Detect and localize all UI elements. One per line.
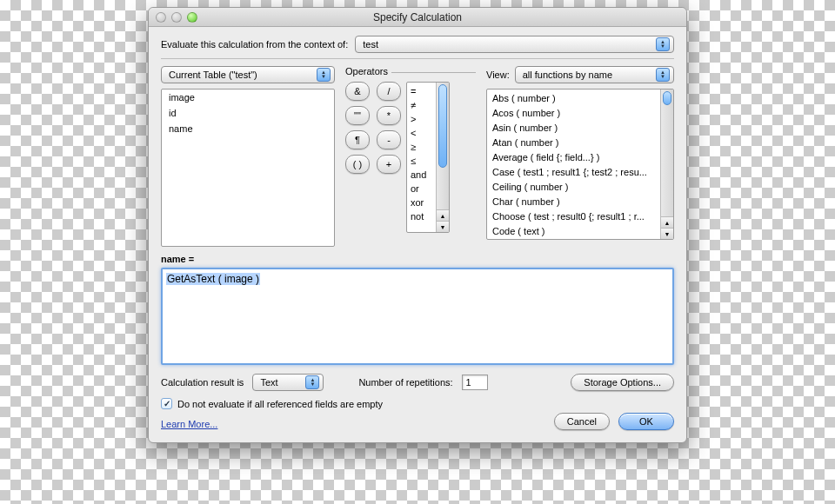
fields-listbox[interactable]: imageidname [161, 89, 335, 247]
chevron-updown-icon: ▲▼ [317, 68, 331, 82]
formula-label: name = [161, 254, 674, 264]
repetitions-input[interactable] [462, 375, 488, 390]
function-item[interactable]: Average ( field {; field...} ) [492, 150, 655, 165]
field-item[interactable]: id [162, 105, 334, 121]
chevron-updown-icon: ▲▼ [305, 375, 319, 389]
function-item[interactable]: Abs ( number ) [492, 91, 655, 106]
view-select[interactable]: all functions by name ▲▼ [515, 66, 674, 83]
comparator-item[interactable]: or [411, 182, 432, 196]
do-not-evaluate-checkbox[interactable]: ✓ [161, 398, 172, 409]
field-item[interactable]: name [162, 121, 334, 136]
operator-button[interactable]: / [377, 82, 401, 101]
comparator-item[interactable]: ≤ [411, 154, 432, 168]
scroll-up-icon[interactable]: ▲ [437, 209, 449, 221]
result-type-label: Calculation result is [161, 377, 244, 388]
function-item[interactable]: Asin ( number ) [492, 121, 655, 136]
scrollbar[interactable]: ▲▼ [660, 90, 673, 239]
scroll-down-icon[interactable]: ▼ [437, 221, 449, 232]
function-item[interactable]: Ceiling ( number ) [492, 180, 655, 195]
result-type-value: Text [260, 377, 277, 388]
formula-input[interactable]: GetAsText ( image ) [161, 268, 674, 365]
result-type-select[interactable]: Text ▲▼ [252, 374, 324, 391]
function-item[interactable]: Code ( text ) [492, 224, 655, 239]
view-value: all functions by name [523, 70, 612, 80]
operator-button[interactable]: * [377, 106, 401, 125]
function-item[interactable]: Choose ( test ; result0 {; result1 ; r..… [492, 209, 655, 224]
ok-button[interactable]: OK [618, 413, 674, 430]
functions-listbox[interactable]: Abs ( number )Acos ( number )Asin ( numb… [486, 89, 674, 240]
chevron-updown-icon: ▲▼ [656, 37, 670, 51]
scroll-thumb[interactable] [438, 84, 447, 168]
operator-grid: &/""*¶-( )+ [345, 82, 401, 233]
operator-button[interactable]: + [377, 155, 401, 174]
operators-divider [391, 72, 476, 73]
operators-label: Operators [345, 66, 388, 76]
table-select[interactable]: Current Table ("test") ▲▼ [161, 66, 335, 83]
divider [161, 58, 674, 59]
comparator-item[interactable]: = [411, 84, 432, 98]
function-item[interactable]: Acos ( number ) [492, 106, 655, 121]
context-label: Evaluate this calculation from the conte… [161, 39, 348, 50]
storage-options-button[interactable]: Storage Options... [571, 374, 674, 391]
operator-button[interactable]: - [377, 130, 401, 149]
function-item[interactable]: Case ( test1 ; result1 {; test2 ; resu..… [492, 165, 655, 180]
operator-button[interactable]: & [345, 82, 370, 101]
cancel-button[interactable]: Cancel [554, 413, 610, 430]
scrollbar[interactable]: ▲▼ [436, 83, 449, 232]
learn-more-link[interactable]: Learn More... [161, 419, 217, 429]
window-title: Specify Calculation [149, 11, 686, 23]
scroll-thumb[interactable] [663, 91, 671, 105]
comparator-item[interactable]: ≠ [411, 98, 432, 112]
operator-button[interactable]: ¶ [345, 130, 370, 149]
do-not-evaluate-label: Do not evaluate if all referenced fields… [177, 399, 383, 409]
comparator-item[interactable]: not [411, 209, 432, 223]
comparator-item[interactable]: < [411, 126, 432, 140]
comparator-item[interactable]: and [411, 168, 432, 182]
chevron-updown-icon: ▲▼ [656, 68, 670, 82]
titlebar: Specify Calculation [149, 8, 686, 27]
context-select[interactable]: test ▲▼ [355, 36, 674, 53]
function-item[interactable]: Char ( number ) [492, 195, 655, 209]
specify-calculation-window: Specify Calculation Evaluate this calcul… [148, 7, 687, 443]
minimize-icon[interactable] [171, 12, 182, 23]
formula-text: GetAsText ( image ) [166, 273, 260, 285]
zoom-icon[interactable] [187, 12, 197, 23]
operator-button[interactable]: "" [345, 106, 370, 125]
view-label: View: [486, 70, 510, 80]
scroll-up-icon[interactable]: ▲ [661, 216, 673, 228]
context-value: test [363, 39, 378, 50]
comparator-item[interactable]: xor [411, 196, 432, 209]
scroll-down-icon[interactable]: ▼ [661, 228, 673, 239]
close-icon[interactable] [156, 12, 166, 23]
comparator-listbox[interactable]: =≠><≥≤andorxornot ▲▼ [406, 82, 450, 233]
repetitions-label: Number of repetitions: [358, 377, 452, 388]
comparator-item[interactable]: > [411, 112, 432, 126]
function-item[interactable]: Atan ( number ) [492, 136, 655, 150]
table-select-value: Current Table ("test") [169, 70, 257, 80]
comparator-item[interactable]: ≥ [411, 140, 432, 154]
field-item[interactable]: image [162, 90, 334, 105]
operator-button[interactable]: ( ) [345, 155, 370, 174]
